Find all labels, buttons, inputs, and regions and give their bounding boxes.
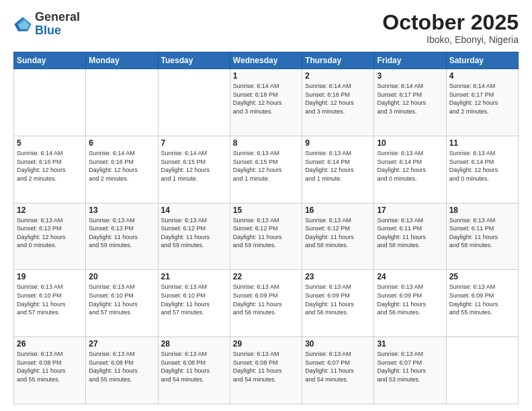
- calendar-cell: 24Sunrise: 6:13 AM Sunset: 6:09 PM Dayli…: [374, 270, 446, 337]
- calendar-cell: 11Sunrise: 6:13 AM Sunset: 6:14 PM Dayli…: [446, 136, 518, 203]
- day-number: 9: [305, 138, 371, 148]
- calendar-cell: 15Sunrise: 6:13 AM Sunset: 6:12 PM Dayli…: [230, 203, 302, 270]
- day-number: 13: [89, 205, 154, 215]
- cell-info: Sunrise: 6:13 AM Sunset: 6:08 PM Dayligh…: [161, 350, 227, 383]
- calendar-cell: 9Sunrise: 6:13 AM Sunset: 6:14 PM Daylig…: [302, 136, 374, 203]
- calendar-cell: 25Sunrise: 6:13 AM Sunset: 6:09 PM Dayli…: [446, 270, 518, 337]
- cell-info: Sunrise: 6:13 AM Sunset: 6:12 PM Dayligh…: [233, 216, 299, 250]
- cell-info: Sunrise: 6:13 AM Sunset: 6:07 PM Dayligh…: [377, 350, 443, 383]
- cell-info: Sunrise: 6:14 AM Sunset: 6:17 PM Dayligh…: [377, 82, 443, 116]
- day-number: 16: [305, 205, 371, 215]
- day-number: 11: [449, 138, 515, 148]
- day-number: 31: [377, 339, 443, 349]
- cell-info: Sunrise: 6:13 AM Sunset: 6:12 PM Dayligh…: [305, 216, 371, 250]
- cell-info: Sunrise: 6:13 AM Sunset: 6:08 PM Dayligh…: [17, 350, 83, 383]
- day-header-friday: Friday: [374, 52, 446, 69]
- calendar-cell: 8Sunrise: 6:13 AM Sunset: 6:15 PM Daylig…: [230, 136, 302, 203]
- day-number: 1: [233, 71, 299, 81]
- calendar-cell: [446, 337, 518, 404]
- day-number: 17: [377, 205, 443, 215]
- cell-info: Sunrise: 6:13 AM Sunset: 6:14 PM Dayligh…: [377, 149, 443, 183]
- day-number: 15: [233, 205, 299, 215]
- cell-info: Sunrise: 6:13 AM Sunset: 6:14 PM Dayligh…: [305, 149, 371, 183]
- day-header-wednesday: Wednesday: [230, 52, 302, 69]
- calendar-week-2: 5Sunrise: 6:14 AM Sunset: 6:16 PM Daylig…: [14, 136, 519, 203]
- cell-info: Sunrise: 6:14 AM Sunset: 6:16 PM Dayligh…: [89, 149, 154, 183]
- day-number: 5: [17, 138, 83, 148]
- calendar-cell: 28Sunrise: 6:13 AM Sunset: 6:08 PM Dayli…: [158, 337, 230, 404]
- day-header-tuesday: Tuesday: [158, 52, 230, 69]
- day-number: 14: [161, 205, 227, 215]
- calendar-cell: 26Sunrise: 6:13 AM Sunset: 6:08 PM Dayli…: [14, 337, 86, 404]
- cell-info: Sunrise: 6:14 AM Sunset: 6:16 PM Dayligh…: [17, 149, 83, 183]
- calendar-cell: 19Sunrise: 6:13 AM Sunset: 6:10 PM Dayli…: [14, 270, 86, 337]
- cell-info: Sunrise: 6:13 AM Sunset: 6:09 PM Dayligh…: [449, 283, 515, 316]
- logo-icon: [13, 15, 32, 34]
- day-number: 29: [233, 339, 299, 349]
- cell-info: Sunrise: 6:13 AM Sunset: 6:07 PM Dayligh…: [305, 350, 371, 383]
- cell-info: Sunrise: 6:13 AM Sunset: 6:14 PM Dayligh…: [449, 149, 515, 183]
- calendar-cell: 20Sunrise: 6:13 AM Sunset: 6:10 PM Dayli…: [86, 270, 158, 337]
- cell-info: Sunrise: 6:13 AM Sunset: 6:12 PM Dayligh…: [161, 216, 227, 250]
- day-number: 25: [449, 272, 515, 281]
- calendar-week-4: 19Sunrise: 6:13 AM Sunset: 6:10 PM Dayli…: [14, 270, 519, 337]
- calendar-cell: 1Sunrise: 6:14 AM Sunset: 6:18 PM Daylig…: [230, 69, 302, 136]
- cell-info: Sunrise: 6:13 AM Sunset: 6:11 PM Dayligh…: [449, 216, 515, 250]
- calendar-week-1: 1Sunrise: 6:14 AM Sunset: 6:18 PM Daylig…: [14, 69, 519, 136]
- day-number: 23: [305, 272, 371, 281]
- logo-text: General Blue: [35, 11, 80, 38]
- day-header-saturday: Saturday: [446, 52, 518, 69]
- day-number: 26: [17, 339, 83, 349]
- calendar-cell: 14Sunrise: 6:13 AM Sunset: 6:12 PM Dayli…: [158, 203, 230, 270]
- calendar-cell: 4Sunrise: 6:14 AM Sunset: 6:17 PM Daylig…: [446, 69, 518, 136]
- cell-info: Sunrise: 6:13 AM Sunset: 6:13 PM Dayligh…: [17, 216, 83, 250]
- day-number: 2: [305, 71, 371, 81]
- logo: General Blue: [13, 11, 80, 38]
- calendar-cell: 31Sunrise: 6:13 AM Sunset: 6:07 PM Dayli…: [374, 337, 446, 404]
- day-header-monday: Monday: [86, 52, 158, 69]
- day-number: 22: [233, 272, 299, 281]
- day-number: 8: [233, 138, 299, 148]
- cell-info: Sunrise: 6:14 AM Sunset: 6:17 PM Dayligh…: [449, 82, 515, 116]
- calendar-cell: 22Sunrise: 6:13 AM Sunset: 6:09 PM Dayli…: [230, 270, 302, 337]
- calendar-cell: 10Sunrise: 6:13 AM Sunset: 6:14 PM Dayli…: [374, 136, 446, 203]
- cell-info: Sunrise: 6:13 AM Sunset: 6:10 PM Dayligh…: [161, 283, 227, 316]
- cell-info: Sunrise: 6:13 AM Sunset: 6:09 PM Dayligh…: [377, 283, 443, 316]
- cell-info: Sunrise: 6:13 AM Sunset: 6:10 PM Dayligh…: [89, 283, 154, 316]
- header: General Blue October 2025 Iboko, Ebonyi,…: [13, 11, 519, 45]
- day-number: 28: [161, 339, 227, 349]
- calendar-cell: 13Sunrise: 6:13 AM Sunset: 6:13 PM Dayli…: [86, 203, 158, 270]
- calendar-cell: [14, 69, 86, 136]
- cell-info: Sunrise: 6:13 AM Sunset: 6:08 PM Dayligh…: [233, 350, 299, 383]
- logo-general: General: [35, 10, 80, 24]
- day-number: 6: [89, 138, 154, 148]
- cell-info: Sunrise: 6:13 AM Sunset: 6:15 PM Dayligh…: [233, 149, 299, 183]
- calendar-week-5: 26Sunrise: 6:13 AM Sunset: 6:08 PM Dayli…: [14, 337, 519, 404]
- day-number: 30: [305, 339, 371, 349]
- page: General Blue October 2025 Iboko, Ebonyi,…: [0, 0, 532, 411]
- calendar-cell: 23Sunrise: 6:13 AM Sunset: 6:09 PM Dayli…: [302, 270, 374, 337]
- cell-info: Sunrise: 6:13 AM Sunset: 6:09 PM Dayligh…: [233, 283, 299, 316]
- cell-info: Sunrise: 6:13 AM Sunset: 6:08 PM Dayligh…: [89, 350, 154, 383]
- calendar-cell: 2Sunrise: 6:14 AM Sunset: 6:18 PM Daylig…: [302, 69, 374, 136]
- day-number: 7: [161, 138, 227, 148]
- calendar-table: SundayMondayTuesdayWednesdayThursdayFrid…: [13, 52, 519, 404]
- day-header-thursday: Thursday: [302, 52, 374, 69]
- calendar-cell: 7Sunrise: 6:14 AM Sunset: 6:15 PM Daylig…: [158, 136, 230, 203]
- calendar-cell: [86, 69, 158, 136]
- cell-info: Sunrise: 6:13 AM Sunset: 6:09 PM Dayligh…: [305, 283, 371, 316]
- cell-info: Sunrise: 6:14 AM Sunset: 6:15 PM Dayligh…: [161, 149, 227, 183]
- month-title: October 2025: [382, 11, 519, 34]
- calendar-cell: 5Sunrise: 6:14 AM Sunset: 6:16 PM Daylig…: [14, 136, 86, 203]
- calendar-cell: 17Sunrise: 6:13 AM Sunset: 6:11 PM Dayli…: [374, 203, 446, 270]
- cell-info: Sunrise: 6:14 AM Sunset: 6:18 PM Dayligh…: [233, 82, 299, 116]
- cell-info: Sunrise: 6:14 AM Sunset: 6:18 PM Dayligh…: [305, 82, 371, 116]
- cell-info: Sunrise: 6:13 AM Sunset: 6:13 PM Dayligh…: [89, 216, 154, 250]
- day-number: 10: [377, 138, 443, 148]
- calendar-cell: 27Sunrise: 6:13 AM Sunset: 6:08 PM Dayli…: [86, 337, 158, 404]
- cell-info: Sunrise: 6:13 AM Sunset: 6:10 PM Dayligh…: [17, 283, 83, 316]
- calendar-cell: 12Sunrise: 6:13 AM Sunset: 6:13 PM Dayli…: [14, 203, 86, 270]
- calendar-cell: 29Sunrise: 6:13 AM Sunset: 6:08 PM Dayli…: [230, 337, 302, 404]
- day-number: 21: [161, 272, 227, 281]
- calendar-cell: 3Sunrise: 6:14 AM Sunset: 6:17 PM Daylig…: [374, 69, 446, 136]
